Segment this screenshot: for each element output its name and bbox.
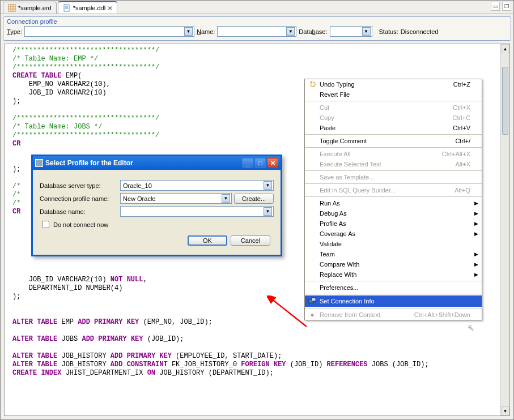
database-combo[interactable]: ▼: [330, 26, 372, 37]
vertical-scrollbar[interactable]: ▲ ▼: [500, 44, 509, 415]
menu-separator: [305, 147, 482, 148]
name-label: Name:: [197, 28, 215, 35]
grid-icon: [8, 4, 16, 12]
menu-item-label: Edit in SQL Query Builder...: [317, 187, 454, 194]
profile-name-value: New Oracle: [123, 195, 155, 202]
type-combo[interactable]: ▼: [24, 26, 194, 37]
tab-label: *sample.ddl: [73, 5, 105, 11]
menu-item-paste[interactable]: Paste Ctrl+V: [305, 123, 482, 133]
minimize-button[interactable]: _: [242, 158, 253, 168]
menu-item-toggle-comment[interactable]: Toggle Comment Ctrl+/: [305, 136, 482, 146]
scroll-up-icon[interactable]: ▲: [501, 44, 509, 53]
menu-item-label: Cut: [317, 104, 453, 111]
menu-item-label: Remove from Context: [317, 311, 414, 318]
close-button[interactable]: ✕: [267, 158, 278, 168]
menu-item-undo-typing[interactable]: Undo Typing Ctrl+Z: [305, 79, 482, 89]
menu-item-label: Undo Typing: [317, 81, 453, 88]
menu-item-label: Execute All: [317, 151, 442, 157]
database-name-combo[interactable]: ▼: [120, 206, 274, 217]
profile-name-combo[interactable]: New Oracle ▼: [120, 193, 232, 204]
menu-item-label: Validate: [317, 241, 478, 247]
menu-item-save-as-template: Save as Template...: [305, 172, 482, 182]
menu-item-label: Execute Selected Text: [317, 161, 455, 168]
menu-item-label: Profile As: [317, 220, 474, 227]
conn-icon: [307, 297, 317, 305]
menu-item-copy: Copy Ctrl+C: [305, 113, 482, 123]
menu-item-label: Toggle Comment: [317, 138, 455, 144]
menu-item-replace-with[interactable]: Replace With ▶: [305, 269, 482, 280]
menu-item-coverage-as[interactable]: Coverage As ▶: [305, 229, 482, 239]
database-name-label: Database name:: [40, 208, 120, 215]
create-button[interactable]: Create...: [234, 194, 274, 204]
menu-separator: [305, 294, 482, 294]
chevron-down-icon: ▼: [286, 27, 295, 36]
name-combo[interactable]: ▼: [217, 26, 296, 37]
connection-profile-panel: Connection profile Type: ▼ Name: ▼ Datab…: [3, 16, 511, 41]
menu-separator: [305, 101, 482, 101]
menu-item-compare-with[interactable]: Compare With ▶: [305, 259, 482, 269]
menu-item-run-as[interactable]: Run As ▶: [305, 198, 482, 208]
menu-item-label: Copy: [317, 114, 453, 121]
menu-separator: [305, 183, 482, 184]
menu-item-remove-from-context: ● Remove from Context Ctrl+Alt+Shift+Dow…: [305, 310, 482, 320]
menu-item-revert-file[interactable]: Revert File: [305, 89, 482, 100]
menu-item-team[interactable]: Team ▶: [305, 249, 482, 259]
connection-profile-title: Connection profile: [7, 18, 507, 26]
menu-item-profile-as[interactable]: Profile As ▶: [305, 218, 482, 229]
svg-rect-10: [312, 298, 316, 301]
menu-item-label: Revert File: [317, 91, 478, 98]
remove-icon: ●: [307, 311, 317, 318]
menu-separator: [305, 134, 482, 135]
ok-button[interactable]: OK: [188, 235, 227, 246]
eclipse-icon: [35, 159, 43, 167]
menu-separator: [305, 170, 482, 171]
menu-item-cut: Cut Ctrl+X: [305, 102, 482, 113]
menu-item-label: Paste: [317, 125, 453, 131]
scroll-thumb[interactable]: [502, 67, 508, 135]
menu-item-debug-as[interactable]: Debug As ▶: [305, 208, 482, 218]
maximize-view-icon[interactable]: ❐: [502, 2, 511, 11]
editor-tabs: *sample.erd *sample.ddl ✕ ▭ ❐: [1, 1, 513, 14]
menu-item-edit-in-sql-query-builder: Edit in SQL Query Builder... Alt+Q: [305, 185, 482, 195]
scroll-down-icon[interactable]: ▼: [501, 406, 509, 415]
database-label: Database:: [299, 28, 327, 35]
profile-name-label: Connection profile name:: [40, 195, 120, 202]
menu-item-label: Set Connection Info: [317, 298, 478, 305]
dialog-titlebar[interactable]: Select Profile for the Editor _ □ ✕: [33, 156, 281, 170]
tab-label: *sample.erd: [18, 5, 52, 11]
menu-separator: [305, 281, 482, 281]
undo-icon: [307, 81, 317, 88]
tab-sample-erd[interactable]: *sample.erd: [3, 2, 57, 14]
server-type-combo[interactable]: Oracle_10 ▼: [120, 180, 274, 191]
chevron-down-icon: ▼: [362, 27, 371, 36]
cancel-button[interactable]: Cancel: [231, 235, 270, 246]
maximize-button[interactable]: □: [254, 158, 266, 168]
context-menu: Undo Typing Ctrl+Z Revert File Cut Ctrl+…: [304, 79, 482, 320]
menu-item-validate[interactable]: Validate: [305, 239, 482, 249]
menu-item-preferences[interactable]: Preferences...: [305, 282, 482, 293]
type-label: Type:: [7, 28, 22, 35]
menu-item-execute-all: Execute All Ctrl+Alt+X: [305, 149, 482, 159]
minimize-view-icon[interactable]: ▭: [491, 2, 500, 11]
select-profile-dialog: Select Profile for the Editor _ □ ✕ Data…: [31, 155, 282, 256]
chevron-down-icon: ▼: [222, 194, 230, 203]
server-type-label: Database server type:: [40, 182, 120, 189]
menu-item-set-connection-info[interactable]: Set Connection Info: [305, 295, 482, 307]
server-type-value: Oracle_10: [123, 182, 152, 189]
do-not-connect-label: Do not connect now: [53, 221, 108, 228]
tab-sample-ddl[interactable]: *sample.ddl ✕: [58, 1, 117, 14]
dialog-title: Select Profile for the Editor: [45, 159, 133, 167]
svg-rect-0: [9, 5, 15, 11]
chevron-down-icon: ▼: [264, 181, 272, 190]
menu-item-label: Replace With: [317, 271, 474, 278]
menu-item-label: Coverage As: [317, 230, 474, 237]
status-value: Disconnected: [401, 28, 439, 35]
chevron-down-icon: ▼: [184, 27, 193, 36]
menu-item-label: Debug As: [317, 210, 474, 217]
do-not-connect-checkbox[interactable]: [42, 221, 49, 228]
close-icon[interactable]: ✕: [108, 5, 112, 11]
sql-file-icon: [63, 4, 71, 12]
menu-item-execute-selected-text: Execute Selected Text Alt+X: [305, 159, 482, 169]
status-label: Status:: [379, 28, 398, 35]
menu-item-label: Run As: [317, 200, 474, 207]
